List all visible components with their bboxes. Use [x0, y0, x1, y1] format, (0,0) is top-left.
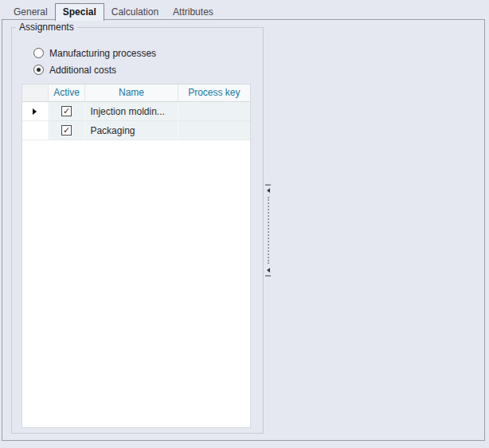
tab-bar: General Special Calculation Attributes	[2, 3, 221, 20]
radio-label: Manufacturing processes	[49, 48, 156, 59]
splitter-dash	[265, 184, 271, 186]
table-row[interactable]: ✓ Injection moldin...	[22, 102, 250, 121]
splitter-collapse-left-icon[interactable]	[267, 188, 270, 193]
column-header-name[interactable]: Name	[84, 84, 177, 101]
tab-general[interactable]: General	[6, 3, 55, 20]
vertical-splitter[interactable]	[264, 20, 272, 440]
cell-name[interactable]: Injection moldin...	[84, 102, 177, 121]
assignments-grid: Active Name Process key ✓ Injection mold…	[22, 84, 251, 428]
splitter-grip-dots[interactable]	[268, 197, 269, 264]
cell-name[interactable]: Packaging	[84, 121, 177, 140]
grid-header-row: Active Name Process key	[22, 84, 250, 102]
cell-active[interactable]: ✓	[48, 121, 85, 140]
tab-page-special: Assignments Manufacturing processes Addi…	[2, 19, 485, 441]
row-header-cell[interactable]	[22, 121, 48, 140]
checkbox-checked-icon[interactable]: ✓	[61, 106, 72, 116]
radio-circle-icon[interactable]	[33, 48, 44, 58]
row-header-cell[interactable]	[22, 102, 48, 121]
cell-process-key[interactable]	[178, 102, 250, 121]
radio-label: Additional costs	[49, 65, 116, 76]
grid-corner-header[interactable]	[22, 84, 48, 101]
cell-process-key[interactable]	[178, 121, 250, 140]
checkbox-checked-icon[interactable]: ✓	[61, 125, 72, 136]
tab-attributes[interactable]: Attributes	[166, 3, 221, 20]
table-row[interactable]: ✓ Packaging	[22, 121, 250, 140]
assignments-group-label: Assignments	[16, 22, 77, 33]
cell-active[interactable]: ✓	[48, 102, 85, 121]
radio-manufacturing-processes[interactable]: Manufacturing processes	[33, 47, 156, 59]
current-row-arrow-icon	[33, 108, 37, 115]
tab-calculation[interactable]: Calculation	[104, 3, 166, 20]
radio-additional-costs[interactable]: Additional costs	[33, 64, 116, 76]
radio-circle-selected-icon[interactable]	[33, 65, 44, 75]
splitter-collapse-left-icon[interactable]	[267, 268, 270, 273]
column-header-process-key[interactable]: Process key	[178, 84, 250, 101]
tab-special[interactable]: Special	[55, 3, 104, 21]
column-header-active[interactable]: Active	[48, 84, 85, 101]
assignments-groupbox: Assignments Manufacturing processes Addi…	[11, 27, 264, 434]
splitter-dash	[265, 275, 271, 277]
special-tab-window: { "tabs": { "items": [ { "label": "Gener…	[0, 0, 489, 448]
